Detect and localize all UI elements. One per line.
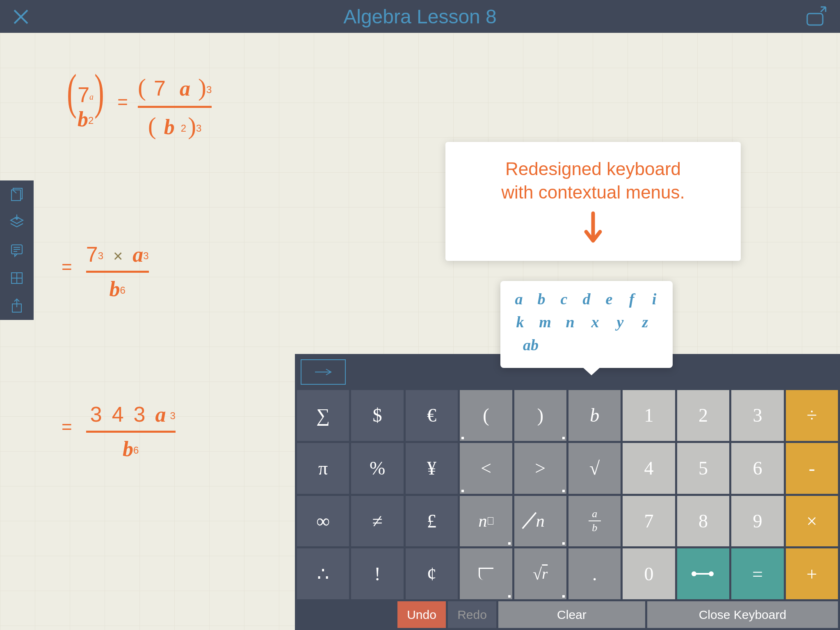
callout-line2: with contextual menus. <box>501 182 685 202</box>
key-1-2[interactable]: ¥ <box>406 443 458 494</box>
key-2-4[interactable]: n̸ <box>514 496 566 547</box>
var-m[interactable]: m <box>538 313 552 331</box>
var-ab[interactable]: ab <box>523 336 539 354</box>
redo-button[interactable]: Redo <box>448 601 496 628</box>
key-1-9[interactable]: - <box>786 443 838 494</box>
var-n[interactable]: n <box>563 313 578 331</box>
expand-icon[interactable] <box>805 6 828 30</box>
key-3-7[interactable] <box>677 548 729 599</box>
undo-button[interactable]: Undo <box>397 601 446 628</box>
key-3-6[interactable]: 0 <box>623 548 675 599</box>
layers-icon[interactable] <box>9 215 25 230</box>
key-2-7[interactable]: 8 <box>677 496 729 547</box>
key-0-7[interactable]: 2 <box>677 390 729 441</box>
var-i[interactable]: i <box>648 290 660 308</box>
key-3-4[interactable]: √r <box>514 548 566 599</box>
svg-rect-0 <box>807 14 823 25</box>
clear-button[interactable]: Clear <box>498 601 645 628</box>
key-1-8[interactable]: 6 <box>731 443 783 494</box>
var-y[interactable]: y <box>613 313 628 331</box>
key-3-3[interactable] <box>460 548 512 599</box>
key-2-1[interactable]: ≠ <box>351 496 403 547</box>
equation-2: = 73 × a3 b6 <box>62 242 149 301</box>
close-keyboard-button[interactable]: Close Keyboard <box>647 601 838 628</box>
key-0-0[interactable]: ∑ <box>297 390 349 441</box>
var-a[interactable]: a <box>513 290 525 308</box>
key-3-8[interactable]: = <box>731 548 783 599</box>
svg-point-13 <box>709 571 714 576</box>
var-z[interactable]: z <box>638 313 653 331</box>
header: Algebra Lesson 8 <box>0 0 840 33</box>
key-2-9[interactable]: × <box>786 496 838 547</box>
var-k[interactable]: k <box>513 313 527 331</box>
page-title: Algebra Lesson 8 <box>343 5 497 28</box>
keyboard: ∑$€()b123÷π%¥<>√456-∞≠£nn̸ab789×∴!¢√r.0=… <box>295 354 840 630</box>
note-icon[interactable] <box>9 242 25 258</box>
close-icon[interactable] <box>12 8 30 27</box>
share-icon[interactable] <box>9 298 25 314</box>
key-3-2[interactable]: ¢ <box>406 548 458 599</box>
equation-3: = 3 4 3 a3 b6 <box>62 402 176 461</box>
key-2-8[interactable]: 9 <box>731 496 783 547</box>
var-f[interactable]: f <box>625 290 638 308</box>
key-3-9[interactable]: + <box>786 548 838 599</box>
key-1-5[interactable]: √ <box>568 443 621 494</box>
key-0-4[interactable]: ) <box>514 390 566 441</box>
key-2-5[interactable]: ab <box>568 496 621 547</box>
var-x[interactable]: x <box>588 313 603 331</box>
var-d[interactable]: d <box>580 290 593 308</box>
key-3-0[interactable]: ∴ <box>297 548 349 599</box>
arrow-down-icon <box>583 211 603 246</box>
var-e[interactable]: e <box>603 290 615 308</box>
key-0-1[interactable]: $ <box>351 390 403 441</box>
svg-rect-2 <box>11 190 21 201</box>
key-1-4[interactable]: > <box>514 443 566 494</box>
callout-line1: Redesigned keyboard <box>505 159 681 179</box>
var-c[interactable]: c <box>558 290 570 308</box>
var-b[interactable]: b <box>535 290 548 308</box>
key-1-6[interactable]: 4 <box>623 443 675 494</box>
key-2-6[interactable]: 7 <box>623 496 675 547</box>
key-2-2[interactable]: £ <box>406 496 458 547</box>
key-0-5[interactable]: b <box>568 390 621 441</box>
key-1-7[interactable]: 5 <box>677 443 729 494</box>
key-1-3[interactable]: < <box>460 443 512 494</box>
key-0-3[interactable]: ( <box>460 390 512 441</box>
key-0-8[interactable]: 3 <box>731 390 783 441</box>
key-0-2[interactable]: € <box>406 390 458 441</box>
callout: Redesigned keyboard with contextual menu… <box>445 142 741 261</box>
variable-popup: abcdefi kmnxyz ab <box>500 281 673 368</box>
grid-icon[interactable] <box>9 270 25 286</box>
key-0-9[interactable]: ÷ <box>786 390 838 441</box>
key-2-3[interactable]: n <box>460 496 512 547</box>
key-1-1[interactable]: % <box>351 443 403 494</box>
key-3-1[interactable]: ! <box>351 548 403 599</box>
key-3-5[interactable]: . <box>568 548 621 599</box>
arrow-right-key[interactable] <box>301 359 346 385</box>
key-0-6[interactable]: 1 <box>623 390 675 441</box>
toolbar <box>0 180 34 320</box>
key-1-0[interactable]: π <box>297 443 349 494</box>
documents-icon[interactable] <box>9 187 25 202</box>
key-2-0[interactable]: ∞ <box>297 496 349 547</box>
equation-1: ( 7a b2 ) = ( 7 a )3 ( b2 )3 <box>64 64 212 140</box>
